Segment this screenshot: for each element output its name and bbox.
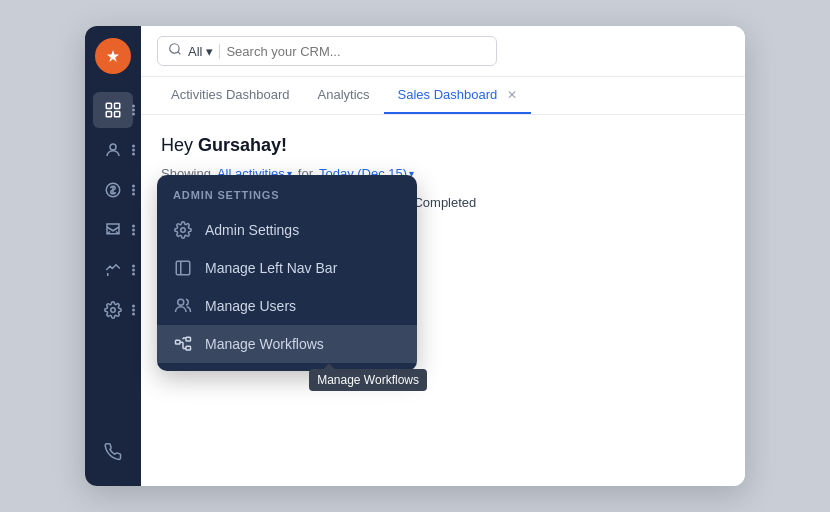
completed-label: Completed <box>413 195 476 210</box>
manage-workflows-tooltip: Manage Workflows <box>309 369 427 391</box>
manage-nav-icon <box>173 258 193 278</box>
search-filter-label: All <box>188 44 202 59</box>
sidebar-nav <box>93 92 133 434</box>
svg-rect-9 <box>176 261 190 275</box>
sidebar-item-messages[interactable] <box>93 212 133 248</box>
sidebar-item-settings[interactable] <box>93 292 133 328</box>
svg-rect-11 <box>176 340 181 344</box>
svg-point-10 <box>178 299 184 305</box>
svg-point-7 <box>170 44 179 53</box>
admin-settings-label: Admin Settings <box>205 222 299 238</box>
sidebar <box>85 26 141 486</box>
dropdown-item-manage-nav[interactable]: Manage Left Nav Bar <box>157 249 417 287</box>
content-area: Hey Gursahay! Showing All activities ▾ f… <box>141 115 745 486</box>
svg-rect-13 <box>186 346 191 350</box>
sidebar-item-campaigns[interactable] <box>93 252 133 288</box>
tab-analytics[interactable]: Analytics <box>304 77 384 114</box>
admin-settings-menu: ADMIN SETTINGS Admin Settings <box>157 175 417 371</box>
topbar: All ▾ <box>141 26 745 77</box>
sidebar-bottom <box>93 434 133 470</box>
svg-rect-1 <box>115 103 120 108</box>
svg-rect-12 <box>186 337 191 341</box>
sidebar-item-phone[interactable] <box>93 434 133 470</box>
dropdown-section-label: ADMIN SETTINGS <box>157 189 417 211</box>
tab-sales[interactable]: Sales Dashboard ✕ <box>384 77 531 114</box>
dropdown-item-admin-settings[interactable]: Admin Settings <box>157 211 417 249</box>
manage-workflows-icon <box>173 334 193 354</box>
admin-settings-icon <box>173 220 193 240</box>
tab-close-icon[interactable]: ✕ <box>507 88 517 102</box>
search-filter-dropdown[interactable]: All ▾ <box>188 44 220 59</box>
greeting: Hey Gursahay! <box>161 135 725 156</box>
manage-nav-label: Manage Left Nav Bar <box>205 260 337 276</box>
svg-rect-2 <box>106 112 111 117</box>
tabs-bar: Activities Dashboard Analytics Sales Das… <box>141 77 745 115</box>
main-content: All ▾ Activities Dashboard Analytics Sal… <box>141 26 745 486</box>
search-icon <box>168 42 182 60</box>
search-area[interactable]: All ▾ <box>157 36 497 66</box>
search-input[interactable] <box>226 44 486 59</box>
svg-rect-0 <box>106 103 111 108</box>
manage-users-label: Manage Users <box>205 298 296 314</box>
tab-activities[interactable]: Activities Dashboard <box>157 77 304 114</box>
dropdown-item-manage-users[interactable]: Manage Users <box>157 287 417 325</box>
sidebar-item-deals[interactable] <box>93 172 133 208</box>
dropdown-item-manage-workflows[interactable]: Manage Workflows Manage Workflows <box>157 325 417 363</box>
app-logo[interactable] <box>95 38 131 74</box>
svg-point-4 <box>110 144 116 150</box>
chevron-down-icon: ▾ <box>206 44 213 59</box>
svg-point-6 <box>111 308 116 313</box>
svg-rect-3 <box>115 112 120 117</box>
manage-workflows-label: Manage Workflows <box>205 336 324 352</box>
manage-users-icon <box>173 296 193 316</box>
sidebar-item-contacts[interactable] <box>93 132 133 168</box>
sidebar-item-dashboard[interactable] <box>93 92 133 128</box>
